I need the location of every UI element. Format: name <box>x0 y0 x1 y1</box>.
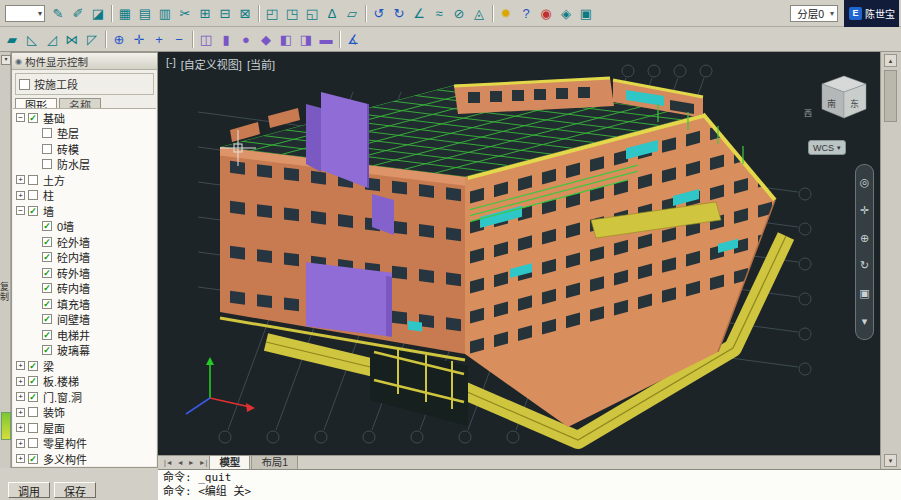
tree-item-基础[interactable]: −✓基础 <box>13 110 156 126</box>
panel-header[interactable]: ◉ 构件显示控制 <box>12 53 157 70</box>
visibility-checkbox[interactable] <box>28 175 38 185</box>
wedge-right-icon[interactable]: ◿ <box>42 29 62 49</box>
tree-item-砼内墙[interactable]: ✓砼内墙 <box>13 250 156 266</box>
expander-icon[interactable]: + <box>16 408 25 417</box>
slope-tool-icon[interactable]: ▰ <box>2 29 22 49</box>
redo-icon[interactable]: ↻ <box>389 3 409 23</box>
visibility-checkbox[interactable]: ✓ <box>42 299 52 309</box>
tree-item-砖模[interactable]: 砖模 <box>13 141 156 157</box>
tree-item-电梯井[interactable]: ✓电梯井 <box>13 327 156 343</box>
tree-item-砖内墙[interactable]: ✓砖内墙 <box>13 281 156 297</box>
tree-item-零星构件[interactable]: +零星构件 <box>13 436 156 452</box>
half-solid-icon[interactable]: ◧ <box>276 29 296 49</box>
3d-viewport-canvas[interactable]: 南 东 西 <box>158 52 880 455</box>
navbar-icon-0[interactable]: ◎ <box>860 177 870 188</box>
visibility-checkbox[interactable] <box>28 190 38 200</box>
box-solid-icon[interactable]: ◫ <box>196 29 216 49</box>
style-combo[interactable]: ▾ <box>5 5 45 22</box>
last-tab-button[interactable]: ►| <box>197 456 210 469</box>
visibility-checkbox[interactable]: ✓ <box>42 283 52 293</box>
visibility-checkbox[interactable] <box>28 438 38 448</box>
save-button[interactable]: 保存 <box>54 482 96 498</box>
navbar-icon-4[interactable]: ▣ <box>859 288 869 299</box>
tree-item-间壁墙[interactable]: ✓间壁墙 <box>13 312 156 328</box>
visibility-checkbox[interactable] <box>28 423 38 433</box>
expander-icon[interactable]: + <box>16 439 25 448</box>
hatch-icon[interactable]: ◪ <box>88 3 108 23</box>
visibility-checkbox[interactable]: ✓ <box>42 252 52 262</box>
visibility-checkbox[interactable]: ✓ <box>42 314 52 324</box>
expander-icon[interactable]: + <box>16 377 25 386</box>
user-chip[interactable]: E 陈世宝 <box>844 0 899 27</box>
right-scrollbar[interactable]: ▴ ▾ <box>880 52 901 469</box>
align-top-right-icon[interactable]: ◳ <box>282 3 302 23</box>
sphere-solid-icon[interactable]: ● <box>236 29 256 49</box>
tab-model[interactable]: 模型 <box>209 455 250 469</box>
disable-icon[interactable]: ⊘ <box>449 3 469 23</box>
draw-icon[interactable]: ✎ <box>48 3 68 23</box>
join-icon[interactable]: ⋈ <box>62 29 82 49</box>
union-solid-icon[interactable]: ◨ <box>296 29 316 49</box>
first-tab-button[interactable]: |◄ <box>162 456 175 469</box>
navbar-icon-3[interactable]: ↻ <box>860 260 869 271</box>
mesh-icon[interactable]: ◬ <box>469 3 489 23</box>
tree-item-砼外墙[interactable]: ✓砼外墙 <box>13 234 156 250</box>
vertical-tab-copy[interactable]: 复制 <box>0 282 11 302</box>
annotate-icon[interactable]: ✐ <box>68 3 88 23</box>
tree-item-多义构件[interactable]: +✓多义构件 <box>13 451 156 466</box>
offset-icon[interactable]: ▱ <box>342 3 362 23</box>
tree-item-梁[interactable]: +✓梁 <box>13 358 156 374</box>
tree-item-装饰[interactable]: +装饰 <box>13 405 156 421</box>
expander-icon[interactable]: − <box>16 113 25 122</box>
copy-icon[interactable]: ⊞ <box>195 3 215 23</box>
visibility-checkbox[interactable] <box>42 144 52 154</box>
navbar-icon-5[interactable]: ▾ <box>862 316 868 327</box>
visibility-checkbox[interactable] <box>42 128 52 138</box>
visibility-checkbox[interactable]: ✓ <box>42 237 52 247</box>
tree-item-玻璃幕[interactable]: ✓玻璃幕 <box>13 343 156 359</box>
expander-icon[interactable]: + <box>16 454 25 463</box>
visibility-checkbox[interactable]: ✓ <box>42 221 52 231</box>
align-bottom-left-icon[interactable]: ◱ <box>302 3 322 23</box>
scroll-thumb[interactable] <box>884 70 897 122</box>
scroll-down-icon[interactable]: ▾ <box>884 454 897 467</box>
visibility-checkbox[interactable]: ✓ <box>28 376 38 386</box>
layers-icon[interactable]: ▤ <box>135 3 155 23</box>
zoom-out-icon[interactable]: − <box>169 29 189 49</box>
viewport-label[interactable]: [-] [自定义视图] [当前] <box>166 56 275 72</box>
drawing-viewport[interactable]: 南 东 西 [-] [自定义视图] [当前] WCS ▾ ◎✛⊕↻▣▾ <box>158 52 880 455</box>
undo-icon[interactable]: ↺ <box>369 3 389 23</box>
solid-view-icon[interactable]: ◈ <box>556 3 576 23</box>
spline-icon[interactable]: ≈ <box>429 3 449 23</box>
tree-item-板.楼梯[interactable]: +✓板.楼梯 <box>13 374 156 390</box>
visibility-checkbox[interactable]: ✓ <box>42 268 52 278</box>
prev-tab-button[interactable]: ◄ <box>175 456 186 469</box>
visibility-checkbox[interactable]: ✓ <box>28 206 38 216</box>
tree-item-墙[interactable]: −✓墙 <box>13 203 156 219</box>
tree-item-屋面[interactable]: +屋面 <box>13 420 156 436</box>
tree-item-门.窗.洞[interactable]: +✓门.窗.洞 <box>13 389 156 405</box>
expander-icon[interactable]: + <box>16 191 25 200</box>
tree-item-垫层[interactable]: 垫层 <box>13 126 156 142</box>
zoom-in-icon[interactable]: + <box>149 29 169 49</box>
navbar-icon-1[interactable]: ✛ <box>860 205 869 216</box>
table-icon[interactable]: ▦ <box>115 3 135 23</box>
help-icon[interactable]: ? <box>516 3 536 23</box>
navigation-bar[interactable]: ◎✛⊕↻▣▾ <box>855 164 874 340</box>
viewport-controls[interactable]: [-] <box>166 56 176 72</box>
wcs-selector[interactable]: WCS ▾ <box>808 140 846 155</box>
visibility-checkbox[interactable]: ✓ <box>42 345 52 355</box>
next-tab-button[interactable]: ► <box>186 456 197 469</box>
tree-item-防水层[interactable]: 防水层 <box>13 157 156 173</box>
visibility-checkbox[interactable]: ✓ <box>28 392 38 402</box>
delete-icon[interactable]: ⊠ <box>235 3 255 23</box>
layer-combo[interactable]: 分层0 ▾ <box>790 5 838 22</box>
screen-icon[interactable]: ▣ <box>576 3 596 23</box>
expander-icon[interactable]: + <box>16 175 25 184</box>
tab-layout1[interactable]: 布局1 <box>251 455 298 469</box>
color-swatch[interactable] <box>1 412 11 440</box>
tree-item-柱[interactable]: +柱 <box>13 188 156 204</box>
visibility-checkbox[interactable]: ✓ <box>28 454 38 464</box>
expander-icon[interactable]: + <box>16 361 25 370</box>
visibility-checkbox[interactable]: ✓ <box>42 330 52 340</box>
